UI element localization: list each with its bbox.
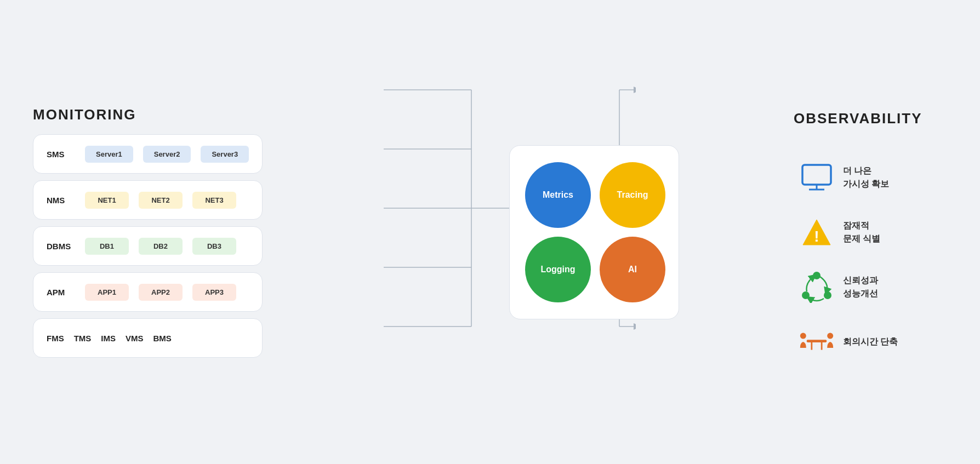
db2-badge: DB2: [139, 238, 183, 255]
outcome-visibility: 더 나은가시성 확보: [799, 160, 898, 195]
observability-box: Metrics Tracing Logging AI: [509, 145, 679, 319]
sms-row: SMS Server1 Server2 Server3: [33, 134, 263, 174]
svg-marker-11: [634, 87, 636, 93]
right-column: OBSERVABILITY 더 나은가시성 확보: [761, 105, 947, 359]
svg-rect-18: [802, 165, 831, 185]
fms-label: FMS: [47, 334, 64, 343]
visibility-text: 더 나은가시성 확보: [843, 164, 889, 191]
outcome-meeting: 회의시간 단축: [799, 324, 898, 359]
meeting-icon: [799, 324, 834, 359]
tms-label: TMS: [74, 334, 92, 343]
logging-circle: Logging: [525, 237, 591, 302]
main-layout: MONITORING SMS Server1 Server2 Server3 N…: [33, 22, 947, 442]
server3-badge: Server3: [201, 146, 249, 163]
ims-label: IMS: [101, 334, 116, 343]
fms-row: FMS TMS IMS VMS BMS: [33, 318, 263, 358]
app1-badge: APP1: [85, 284, 129, 301]
dbms-row: DBMS DB1 DB2 DB3: [33, 226, 263, 266]
reliability-text: 신뢰성과성능개선: [843, 274, 878, 300]
svg-point-25: [802, 291, 810, 299]
page: MONITORING SMS Server1 Server2 Server3 N…: [0, 0, 980, 464]
apm-row: APM APP1 APP2 APP3: [33, 272, 263, 312]
app2-badge: APP2: [139, 284, 183, 301]
svg-marker-17: [634, 323, 636, 330]
observability-title: OBSERVABILITY: [794, 110, 922, 127]
left-column: MONITORING SMS Server1 Server2 Server3 N…: [33, 106, 384, 358]
svg-rect-26: [807, 340, 827, 342]
warning-icon: !: [799, 215, 834, 250]
meeting-text: 회의시간 단축: [843, 335, 898, 348]
outcome-reliability: 신뢰성과성능개선: [799, 270, 898, 305]
apm-label: APM: [47, 288, 75, 297]
bms-label: BMS: [153, 334, 172, 343]
net3-badge: NET3: [192, 192, 236, 209]
monitoring-boxes: SMS Server1 Server2 Server3 NMS NET1 NET…: [33, 134, 263, 358]
net1-badge: NET1: [85, 192, 129, 209]
tracing-circle: Tracing: [600, 162, 665, 228]
monitor-icon: [799, 160, 834, 195]
vms-label: VMS: [126, 334, 144, 343]
outcome-items: 더 나은가시성 확보 ! 잠재적문제 식별: [799, 160, 898, 359]
nms-row: NMS NET1 NET2 NET3: [33, 180, 263, 220]
nms-label: NMS: [47, 196, 75, 205]
db1-badge: DB1: [85, 238, 129, 255]
sms-label: SMS: [47, 150, 75, 159]
svg-point-30: [827, 333, 833, 339]
app3-badge: APP3: [192, 284, 236, 301]
db3-badge: DB3: [192, 238, 236, 255]
center-column: Metrics Tracing Logging AI: [384, 22, 761, 442]
svg-text:!: !: [814, 228, 819, 245]
outcome-problem: ! 잠재적문제 식별: [799, 215, 898, 250]
monitoring-title: MONITORING: [33, 106, 136, 123]
svg-point-23: [813, 272, 821, 279]
svg-point-24: [824, 291, 831, 299]
net2-badge: NET2: [139, 192, 183, 209]
svg-point-29: [800, 333, 806, 339]
cycle-icon: [799, 270, 834, 305]
problem-text: 잠재적문제 식별: [843, 219, 880, 245]
server2-badge: Server2: [143, 146, 191, 163]
metrics-circle: Metrics: [525, 162, 591, 228]
dbms-label: DBMS: [47, 242, 75, 251]
server1-badge: Server1: [85, 146, 133, 163]
ai-circle: AI: [600, 237, 665, 302]
